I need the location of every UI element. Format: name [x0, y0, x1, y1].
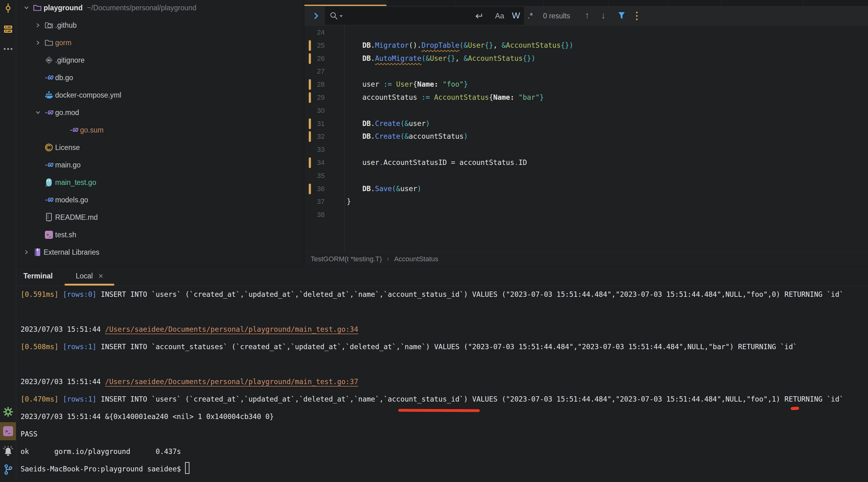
terminal-file-link[interactable]: /Users/saeidee/Documents/personal/playgr…	[105, 377, 358, 386]
activity-button-notifications-bell[interactable]	[0, 442, 16, 460]
terminal-tab-local[interactable]: Local ×	[64, 266, 114, 286]
match-case-toggle[interactable]: Aa	[495, 11, 504, 20]
terminal-line: 2023/07/03 15:51:44 /Users/saeidee/Docum…	[21, 320, 868, 338]
tab-divider	[387, 1, 387, 5]
breadcrumb: TestGORM(t *testing.T) › AccountStatus	[304, 252, 868, 266]
terminal-line: [0.508ms] [rows:1] INSERT INTO `account_…	[21, 338, 868, 356]
tree-item-go-mod[interactable]: -GOgo.mod	[16, 104, 304, 121]
previous-match-arrow-icon[interactable]: ↑	[585, 10, 589, 21]
code-line-27	[347, 65, 868, 78]
activity-button-project[interactable]	[0, 20, 16, 38]
project-panel: playground~/Documents/personal/playgroun…	[16, 0, 304, 266]
filter-icon[interactable]	[617, 11, 626, 21]
search-history-chevron-icon[interactable]	[339, 15, 343, 18]
editor-gutter: 242526272829303132333435363738	[304, 26, 344, 252]
tab-divider	[608, 1, 609, 5]
editor-tab-strip	[304, 0, 868, 6]
code-area[interactable]: DB.Migrator().DropTable(&User{}, &Accoun…	[347, 26, 868, 252]
search-icon	[329, 11, 339, 21]
tree-item-label: External Libraries	[43, 248, 99, 257]
shell-file-icon: >_	[45, 231, 53, 239]
tree-item-label: .gitignore	[55, 56, 85, 64]
readme-icon	[45, 212, 53, 222]
line-number[interactable]: 35	[304, 169, 344, 182]
editor-pane: Aa W .* 0 results ↑ ↓ 242526272829303132…	[304, 0, 868, 266]
close-tab-icon[interactable]: ×	[98, 271, 103, 281]
line-number[interactable]: 33	[304, 143, 344, 156]
tree-item-go-sum[interactable]: -GOgo.sum	[16, 121, 304, 139]
tree-item-label: .github	[55, 21, 76, 30]
terminal-cursor	[185, 462, 189, 474]
change-marker-bar	[309, 131, 311, 142]
tree-item-readme-md[interactable]: README.md	[16, 208, 304, 226]
tree-item--gitignore[interactable]: .gitignore	[16, 52, 304, 69]
line-number[interactable]: 27	[304, 65, 344, 78]
more-options-kebab-icon[interactable]	[635, 11, 639, 21]
tree-item-label: main.go	[55, 161, 81, 169]
tree-item-db-go[interactable]: -GOdb.go	[16, 69, 304, 86]
tree-item-models-go[interactable]: -GOmodels.go	[16, 191, 304, 208]
tab-divider	[455, 1, 455, 5]
terminal-tool-icon: >_	[3, 426, 13, 436]
activity-button-gear[interactable]	[0, 403, 16, 421]
search-input[interactable]: Aa W .*	[325, 7, 524, 25]
code-line-37: }	[347, 195, 868, 208]
code-line-25: DB.Migrator().DropTable(&User{}, &Accoun…	[347, 39, 868, 52]
line-number[interactable]: 38	[304, 208, 344, 221]
go-file-blue-icon: -GO	[44, 75, 53, 81]
tab-divider	[721, 1, 721, 5]
activity-button-vcs[interactable]	[0, 0, 16, 17]
terminal-line: [0.591ms] [rows:0] INSERT INTO `users` (…	[21, 286, 868, 303]
terminal-line: [0.470ms] [rows:1] INSERT INTO `users` (…	[21, 390, 868, 408]
newline-icon[interactable]	[474, 12, 483, 21]
annotation-red-dash	[791, 406, 800, 410]
terminal-output[interactable]: [0.591ms] [rows:0] INSERT INTO `users` (…	[21, 286, 868, 482]
git-file-icon	[45, 56, 53, 64]
license-icon	[44, 143, 53, 152]
tree-item-label: go.sum	[80, 126, 103, 134]
activity-button-more-tools[interactable]	[0, 40, 16, 58]
whole-words-toggle[interactable]: W	[512, 10, 520, 21]
chevron-down-icon	[35, 110, 41, 115]
find-results-count: 0 results	[543, 6, 574, 26]
code-line-36: DB.Save(&user)	[347, 182, 868, 196]
expand-search-chevron-icon[interactable]	[313, 11, 319, 20]
change-marker-bar	[309, 40, 311, 51]
tree-item-main-test-go[interactable]: main_test.go	[16, 174, 304, 191]
terminal-file-link[interactable]: /Users/saeidee/Documents/personal/playgr…	[105, 325, 358, 333]
docker-icon	[44, 91, 54, 99]
tree-item-external-libraries[interactable]: External Libraries	[16, 244, 304, 261]
line-number[interactable]: 37	[304, 195, 344, 208]
tab-divider	[803, 1, 803, 5]
line-number[interactable]: 30	[304, 104, 344, 117]
activity-button-terminal-tool[interactable]: >_	[0, 422, 16, 440]
tree-item--github[interactable]: .github	[16, 17, 304, 34]
change-marker-bar	[309, 79, 311, 90]
tree-item-label: License	[55, 143, 80, 152]
tree-item-test-sh[interactable]: >_test.sh	[16, 226, 304, 244]
tree-item-main-go[interactable]: -GOmain.go	[16, 156, 304, 174]
folder-gray-icon	[44, 39, 53, 47]
line-number[interactable]: 24	[304, 26, 344, 39]
breadcrumb-element[interactable]: AccountStatus	[394, 255, 438, 263]
external-libraries-icon	[33, 248, 41, 257]
chevron-right-icon	[24, 249, 29, 255]
tree-item-gorm[interactable]: gorm	[16, 34, 304, 52]
vcs-icon	[3, 3, 13, 13]
breadcrumb-function[interactable]: TestGORM(t *testing.T)	[311, 255, 382, 263]
breadcrumb-separator: ›	[387, 255, 389, 263]
tree-item-label: test.sh	[55, 231, 76, 239]
code-line-32: DB.Create(&accountStatus)	[347, 130, 868, 143]
terminal-blank-line	[21, 356, 868, 373]
terminal-tab-label: Local	[76, 272, 93, 280]
code-line-28: user := User{Name: "foo"}	[347, 78, 868, 91]
activity-button-git-branch[interactable]	[0, 460, 16, 479]
regex-toggle[interactable]: .*	[527, 11, 533, 21]
go-file-blue-icon: -GO	[44, 197, 53, 203]
terminal-panel-title[interactable]: Terminal	[23, 266, 53, 286]
tree-item-label: playground	[43, 4, 83, 12]
tree-item-docker-compose-yml[interactable]: docker-compose.yml	[16, 86, 304, 104]
tree-item-playground[interactable]: playground~/Documents/personal/playgroun…	[16, 0, 304, 17]
tree-item-license[interactable]: License	[16, 139, 304, 156]
next-match-arrow-icon[interactable]: ↓	[601, 10, 606, 21]
